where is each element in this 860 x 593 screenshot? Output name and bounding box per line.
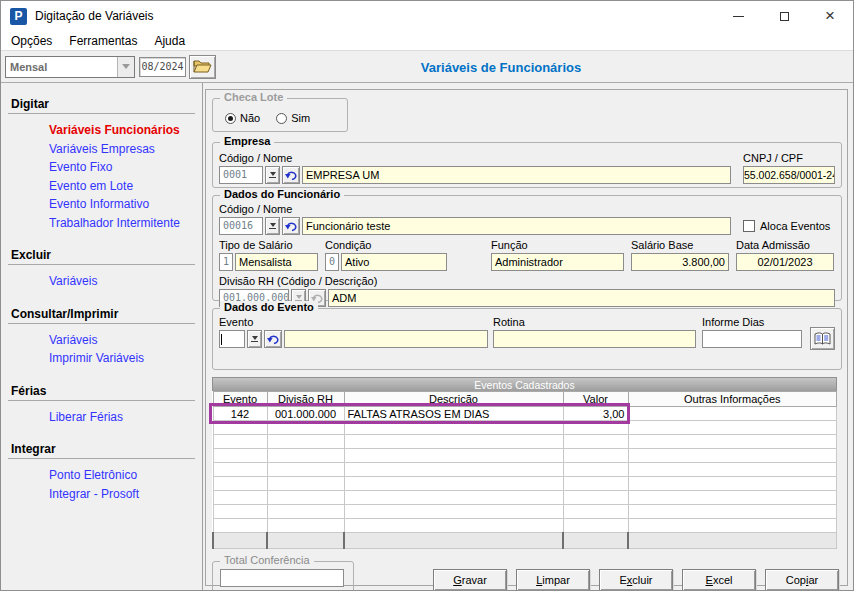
cell-outras[interactable] bbox=[628, 407, 837, 421]
tipo-salario-codigo-field[interactable]: 1 bbox=[219, 253, 233, 271]
sidebar-item-evento-informativo[interactable]: Evento Informativo bbox=[49, 195, 202, 214]
checa-lote-sim-radio[interactable]: Sim bbox=[276, 112, 310, 124]
sidebar-item-liberar-ferias[interactable]: Liberar Férias bbox=[49, 408, 202, 427]
maximize-button[interactable] bbox=[761, 1, 807, 31]
sidebar-header-excluir: Excluir bbox=[11, 248, 192, 262]
sidebar-item-ponto-eletronico[interactable]: Ponto Eletrônico bbox=[49, 466, 202, 485]
sidebar-item-variaveis-funcionarios[interactable]: Variáveis Funcionários bbox=[49, 121, 202, 140]
evento-undo-button[interactable] bbox=[264, 330, 282, 348]
action-buttons: Gravar Limpar Excluir Excel Copiar bbox=[433, 569, 842, 591]
table-row[interactable]: 142 001.000.000 FALTAS ATRASOS EM DIAS 3… bbox=[213, 407, 837, 421]
sidebar-header-digitar: Digitar bbox=[11, 97, 192, 111]
col-header-evento[interactable]: Evento bbox=[213, 392, 267, 407]
table-row-empty[interactable] bbox=[213, 519, 837, 533]
empresa-undo-button[interactable] bbox=[282, 166, 300, 184]
sidebar-item-imprimir-variaveis[interactable]: Imprimir Variáveis bbox=[49, 349, 202, 368]
informe-dias-field[interactable] bbox=[702, 330, 802, 348]
col-header-valor[interactable]: Valor bbox=[563, 392, 628, 407]
condicao-label: Condição bbox=[325, 239, 447, 252]
empresa-lookup-button[interactable] bbox=[265, 166, 280, 184]
salario-base-label: Salário Base bbox=[631, 239, 729, 252]
limpar-button[interactable]: Limpar bbox=[516, 569, 590, 591]
divider bbox=[8, 458, 195, 459]
rotina-label: Rotina bbox=[493, 316, 696, 329]
close-button[interactable]: × bbox=[807, 1, 853, 31]
col-header-divisao-rh[interactable]: Divisão RH bbox=[267, 392, 344, 407]
empresa-nome-field[interactable]: EMPRESA UM bbox=[302, 166, 731, 184]
checkbox-icon bbox=[743, 220, 755, 232]
empresa-codigo-field[interactable]: 0001 bbox=[219, 166, 263, 184]
condicao-codigo-field[interactable]: 0 bbox=[325, 253, 339, 271]
menu-opcoes[interactable]: Opções bbox=[11, 34, 52, 48]
sidebar-item-trabalhador-intermitente[interactable]: Trabalhador Intermitente bbox=[49, 214, 202, 233]
evento-lookup-button[interactable] bbox=[247, 330, 262, 348]
sidebar-item-variaveis-empresas[interactable]: Variáveis Empresas bbox=[49, 140, 202, 159]
sidebar-item-evento-em-lote[interactable]: Evento em Lote bbox=[49, 177, 202, 196]
menu-ajuda[interactable]: Ajuda bbox=[154, 34, 185, 48]
menu-ferramentas[interactable]: Ferramentas bbox=[69, 34, 137, 48]
dados-funcionario-legend: Dados do Funcionário bbox=[220, 188, 344, 201]
open-book-icon bbox=[814, 332, 831, 346]
sidebar-section-excluir: Excluir Variáveis bbox=[1, 248, 202, 291]
table-row-empty[interactable] bbox=[213, 421, 837, 435]
cell-evento[interactable]: 142 bbox=[213, 407, 267, 421]
table-row-empty[interactable] bbox=[213, 449, 837, 463]
informe-dias-label: Informe Dias bbox=[702, 316, 802, 329]
excluir-button[interactable]: Excluir bbox=[599, 569, 673, 591]
calendar-book-button[interactable] bbox=[810, 327, 835, 350]
table-row-empty[interactable] bbox=[213, 505, 837, 519]
sidebar-item-integrar-prosoft[interactable]: Integrar - Prosoft bbox=[49, 485, 202, 504]
table-row-empty[interactable] bbox=[213, 463, 837, 477]
sidebar-item-evento-fixo[interactable]: Evento Fixo bbox=[49, 158, 202, 177]
aloca-eventos-checkbox[interactable]: Aloca Eventos bbox=[743, 220, 835, 232]
data-admissao-label: Data Admissão bbox=[736, 239, 834, 252]
window-controls: × bbox=[715, 1, 853, 31]
cell-descricao[interactable]: FALTAS ATRASOS EM DIAS bbox=[344, 407, 563, 421]
funcionario-undo-button[interactable] bbox=[282, 217, 300, 235]
dropdown-icon bbox=[296, 295, 302, 299]
grid-header-row: Evento Divisão RH Descrição Valor Outras… bbox=[213, 392, 837, 407]
cell-valor[interactable]: 3,00 bbox=[563, 407, 628, 421]
table-row-empty[interactable] bbox=[213, 491, 837, 505]
open-folder-button[interactable] bbox=[189, 55, 216, 79]
funcionario-lookup-button[interactable] bbox=[265, 217, 280, 235]
checa-lote-nao-radio[interactable]: Não bbox=[225, 112, 260, 124]
cnpj-field: 55.002.658/0001-24 bbox=[743, 166, 835, 184]
col-header-outras-informacoes[interactable]: Outras Informações bbox=[628, 392, 837, 407]
copiar-button[interactable]: Copiar bbox=[765, 569, 839, 591]
cnpj-label: CNPJ / CPF bbox=[743, 152, 835, 165]
funcionario-nome-field[interactable]: Funcionário teste bbox=[302, 217, 731, 235]
table-row-empty[interactable] bbox=[213, 477, 837, 491]
competence-field[interactable]: 08/2024 bbox=[139, 57, 186, 77]
dados-evento-legend: Dados do Evento bbox=[220, 301, 318, 314]
window-title: Digitação de Variáveis bbox=[35, 9, 154, 23]
divider bbox=[8, 323, 195, 324]
divider bbox=[8, 400, 195, 401]
app-logo-letter: P bbox=[14, 9, 22, 23]
col-header-descricao[interactable]: Descrição bbox=[344, 392, 563, 407]
combo-dropdown-button[interactable] bbox=[117, 57, 134, 77]
evento-desc-field bbox=[284, 330, 488, 348]
data-admissao-field: 02/01/2023 bbox=[736, 253, 834, 271]
sidebar-item-consultar-variaveis[interactable]: Variáveis bbox=[49, 331, 202, 350]
app-logo-icon: P bbox=[10, 8, 27, 25]
sidebar-item-excluir-variaveis[interactable]: Variáveis bbox=[49, 272, 202, 291]
period-combobox[interactable]: Mensal bbox=[5, 56, 135, 78]
dados-funcionario-group: Dados do Funcionário Código / Nome 00016… bbox=[212, 195, 842, 301]
app-window: P Digitação de Variáveis × Opções Ferram… bbox=[0, 0, 854, 591]
divisao-rh-label: Divisão RH (Código / Descrição) bbox=[219, 275, 835, 288]
gravar-button[interactable]: Gravar bbox=[433, 569, 507, 591]
rotina-field bbox=[493, 330, 696, 348]
sidebar-section-digitar: Digitar Variáveis Funcionários Variáveis… bbox=[1, 97, 202, 232]
minimize-button[interactable] bbox=[715, 1, 761, 31]
sidebar-section-ferias: Férias Liberar Férias bbox=[1, 384, 202, 427]
total-conferencia-group: Total Conferência bbox=[212, 561, 354, 591]
total-conferencia-field[interactable] bbox=[220, 569, 344, 587]
cell-divisao-rh[interactable]: 001.000.000 bbox=[267, 407, 344, 421]
empresa-legend: Empresa bbox=[220, 135, 274, 148]
evento-codigo-field[interactable] bbox=[219, 330, 245, 348]
excel-button[interactable]: Excel bbox=[682, 569, 756, 591]
content-area: Checa Lote Não Sim Empresa Código / Nome bbox=[203, 83, 853, 591]
table-row-empty[interactable] bbox=[213, 435, 837, 449]
funcionario-codigo-field[interactable]: 00016 bbox=[219, 217, 263, 235]
